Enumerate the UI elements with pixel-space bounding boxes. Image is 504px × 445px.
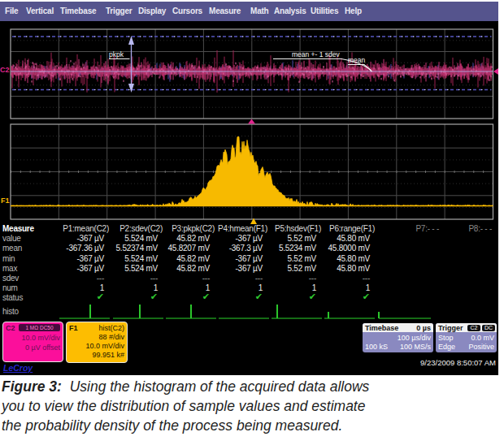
svg-text:mean: mean (348, 56, 366, 64)
svg-text:C2: C2 (0, 66, 10, 74)
svg-text:mean +- 1 sdev: mean +- 1 sdev (292, 50, 341, 58)
svg-text:F1: F1 (1, 197, 10, 205)
svg-text:pkpk: pkpk (109, 50, 124, 58)
